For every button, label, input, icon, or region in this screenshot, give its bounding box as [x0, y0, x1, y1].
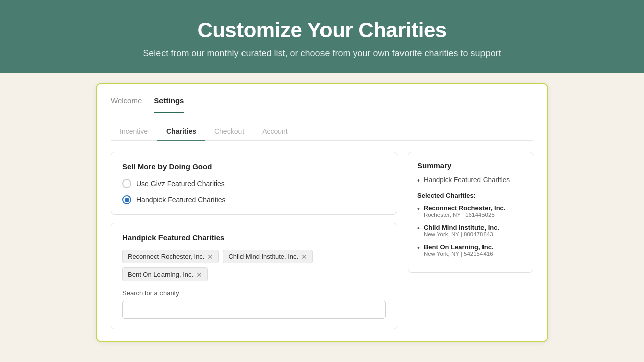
- radio-label-givz: Use Givz Featured Charities: [136, 179, 225, 188]
- tab-incentive[interactable]: Incentive: [111, 123, 157, 140]
- summary-charity-detail-1: New York, NY | 800478843: [424, 231, 499, 237]
- search-label: Search for a charity: [122, 289, 386, 297]
- tag-label-bent: Bent On Learning, Inc.: [128, 270, 193, 278]
- bullet-icon: •: [417, 176, 420, 185]
- tab-checkout[interactable]: Checkout: [205, 123, 253, 140]
- tab-charities[interactable]: Charities: [157, 123, 205, 140]
- page-title: Customize Your Charities: [197, 18, 446, 42]
- bullet-icon-1: •: [417, 224, 420, 232]
- tag-child-mind: Child Mind Institute, Inc. ✕: [223, 250, 313, 263]
- tag-label-child-mind: Child Mind Institute, Inc.: [228, 253, 298, 260]
- top-nav: Welcome Settings: [111, 96, 533, 113]
- content-layout: Sell More by Doing Good Use Givz Feature…: [111, 152, 533, 329]
- radio-circle-givz: [122, 179, 131, 188]
- settings-card: Welcome Settings Incentive Charities Che…: [96, 83, 548, 342]
- radio-handpick[interactable]: Handpick Featured Charities: [122, 195, 386, 204]
- charity-mode-title: Sell More by Doing Good: [122, 162, 386, 171]
- summary-box: Summary • Handpick Featured Charities Se…: [408, 152, 533, 273]
- radio-circle-handpick: [122, 195, 131, 204]
- charity-tags: Reconnect Rochester, Inc. ✕ Child Mind I…: [122, 250, 386, 281]
- summary-charity-info-1: Child Mind Institute, Inc. New York, NY …: [424, 224, 499, 237]
- summary-charity-2: • Bent On Learning, Inc. New York, NY | …: [417, 243, 524, 257]
- summary-charity-name-2: Bent On Learning, Inc.: [424, 243, 494, 251]
- summary-charity-info-0: Reconnect Rochester, Inc. Rochester, NY …: [424, 204, 506, 218]
- handpick-title: Handpick Featured Charities: [122, 233, 386, 242]
- tag-close-reconnect[interactable]: ✕: [207, 253, 213, 260]
- summary-charity-detail-0: Rochester, NY | 161445025: [424, 212, 506, 218]
- tag-label-reconnect: Reconnect Rochester, Inc.: [128, 253, 204, 260]
- tag-bent: Bent On Learning, Inc. ✕: [122, 267, 208, 281]
- handpick-section: Handpick Featured Charities Reconnect Ro…: [111, 223, 397, 329]
- left-panel: Sell More by Doing Good Use Givz Feature…: [111, 152, 397, 329]
- tab-bar: Incentive Charities Checkout Account: [111, 123, 533, 141]
- radio-label-handpick: Handpick Featured Charities: [136, 196, 225, 204]
- summary-charity-detail-2: New York, NY | 542154416: [424, 251, 494, 257]
- selected-charities-label: Selected Charities:: [417, 192, 524, 199]
- search-input[interactable]: [122, 301, 386, 319]
- tag-reconnect: Reconnect Rochester, Inc. ✕: [122, 250, 219, 263]
- tag-close-child-mind[interactable]: ✕: [301, 253, 307, 260]
- nav-settings[interactable]: Settings: [154, 96, 184, 113]
- tab-account[interactable]: Account: [253, 123, 297, 140]
- nav-welcome[interactable]: Welcome: [111, 96, 142, 107]
- tag-close-bent[interactable]: ✕: [196, 271, 202, 278]
- summary-charity-info-2: Bent On Learning, Inc. New York, NY | 54…: [424, 243, 494, 257]
- summary-charity-name-0: Reconnect Rochester, Inc.: [424, 204, 506, 212]
- radio-use-givz[interactable]: Use Givz Featured Charities: [122, 179, 386, 188]
- charity-mode-radio-group: Use Givz Featured Charities Handpick Fea…: [122, 179, 386, 204]
- bullet-icon-0: •: [417, 205, 420, 213]
- summary-charity-name-1: Child Mind Institute, Inc.: [424, 224, 499, 231]
- summary-feature-text: Handpick Featured Charities: [424, 176, 510, 184]
- summary-charity-1: • Child Mind Institute, Inc. New York, N…: [417, 224, 524, 237]
- summary-feature-item: • Handpick Featured Charities: [417, 176, 524, 185]
- charity-mode-section: Sell More by Doing Good Use Givz Feature…: [111, 152, 397, 215]
- header: Customize Your Charities Select from our…: [0, 0, 644, 73]
- bullet-icon-2: •: [417, 244, 420, 252]
- page-subtitle: Select from our monthly curated list, or…: [143, 48, 501, 59]
- summary-charity-0: • Reconnect Rochester, Inc. Rochester, N…: [417, 204, 524, 218]
- right-panel: Summary • Handpick Featured Charities Se…: [408, 152, 533, 329]
- main-area: Welcome Settings Incentive Charities Che…: [0, 73, 644, 362]
- summary-title: Summary: [417, 161, 524, 170]
